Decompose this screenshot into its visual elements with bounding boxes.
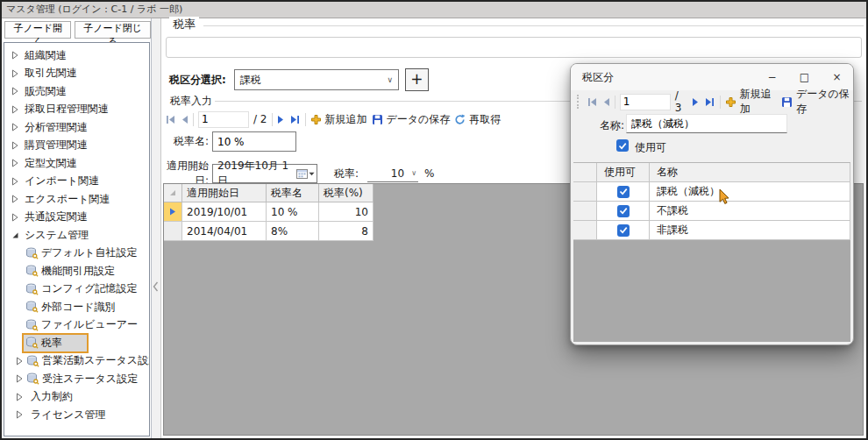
rate-input-group-title: 税率入力	[167, 94, 215, 109]
date-picker[interactable]: 2019年10月 1日	[212, 164, 317, 183]
tree-item[interactable]: 組織関連	[4, 46, 149, 65]
refresh-icon	[454, 114, 466, 125]
expand-arrow-icon[interactable]	[11, 105, 20, 114]
page-number-input[interactable]	[620, 94, 671, 110]
previous-record-icon[interactable]	[181, 115, 189, 124]
navigation-tree[interactable]: 組織関連 取引先関連 販売関連 採取日程管理関連 分析管理関連	[4, 42, 150, 436]
table-row[interactable]: 不課税	[573, 202, 850, 221]
rate-unit-label: %	[424, 167, 434, 180]
tree-item[interactable]: デフォルト自社設定	[4, 245, 149, 263]
grid-header-row: 適用開始日 税率名 税率(%)	[164, 184, 374, 202]
table-row[interactable]: 課税（減税）	[573, 182, 850, 202]
select-all-corner[interactable]	[573, 163, 597, 182]
table-row[interactable]: 2014/04/01 8% 8	[164, 222, 374, 241]
expand-arrow-icon[interactable]	[11, 159, 20, 167]
tree-item-tax-rate-selected[interactable]: 税率	[4, 334, 149, 352]
close-child-nodes-button[interactable]: 子ノード閉じる	[75, 21, 151, 39]
column-header[interactable]: 税率(%)	[319, 184, 374, 202]
add-tax-class-button[interactable]: +	[405, 68, 429, 91]
tree-item[interactable]: ファイルビューアー	[4, 316, 149, 335]
open-child-nodes-button[interactable]: 子ノード開く	[4, 21, 71, 39]
page-title: 税率	[169, 17, 199, 32]
sidebar-splitter[interactable]	[151, 18, 161, 438]
save-data-button[interactable]: データの保存	[781, 87, 853, 117]
column-header[interactable]: 名称	[650, 163, 850, 182]
rate-spinner[interactable]: 10 ∨	[367, 165, 418, 182]
expand-arrow-icon[interactable]	[16, 374, 25, 383]
mouse-cursor	[719, 188, 730, 208]
expand-arrow-icon[interactable]	[11, 141, 20, 150]
tree-item[interactable]: 営業活動ステータス設定	[4, 352, 149, 371]
tree-item[interactable]: 機能間引用設定	[4, 262, 149, 280]
tree-item[interactable]: ライセンス管理	[4, 406, 149, 424]
refresh-button[interactable]: 再取得	[454, 112, 501, 127]
tree-item[interactable]: 入力制約	[4, 388, 149, 407]
expand-arrow-icon[interactable]	[16, 410, 25, 419]
expand-arrow-icon[interactable]	[11, 87, 20, 96]
check-icon	[619, 226, 628, 234]
table-row[interactable]: 非課税	[573, 221, 850, 240]
toolbar-grip[interactable]	[577, 95, 581, 109]
database-key-icon	[26, 373, 39, 385]
select-all-corner[interactable]	[164, 184, 182, 202]
last-record-icon[interactable]	[289, 115, 301, 124]
tree-item[interactable]: 取引先関連	[4, 65, 149, 83]
expand-arrow-icon[interactable]	[11, 195, 20, 203]
row-selector[interactable]	[573, 182, 597, 202]
row-selector[interactable]	[573, 202, 597, 221]
tree-item[interactable]: 販売関連	[4, 82, 149, 101]
tree-item-system-management[interactable]: システム管理	[4, 226, 149, 245]
separator	[720, 96, 721, 109]
selected-item-highlight[interactable]: 税率	[24, 335, 87, 351]
tree-item[interactable]: 受注ステータス設定	[4, 370, 149, 388]
next-record-icon[interactable]	[692, 97, 700, 107]
tree-item[interactable]: エクスポート関連	[4, 190, 149, 209]
separator	[305, 113, 306, 126]
expand-arrow-icon[interactable]	[11, 51, 20, 60]
expand-arrow-icon[interactable]	[11, 123, 20, 131]
name-input[interactable]	[626, 114, 787, 133]
tree-item[interactable]: 分析管理関連	[4, 118, 149, 137]
tree-item[interactable]: コンフィグ記憶設定	[4, 280, 149, 299]
current-row-indicator[interactable]	[164, 202, 182, 222]
add-record-button[interactable]: 新規追加	[310, 112, 367, 127]
tax-class-grid[interactable]: 使用可 名称 課税（減税） 不課税 非課税	[573, 162, 850, 342]
row-checkbox[interactable]	[617, 186, 630, 198]
collapse-arrow-icon[interactable]	[11, 231, 20, 239]
table-row[interactable]: 2019/10/01 10 % 10	[164, 202, 374, 222]
rate-name-input[interactable]	[212, 131, 296, 152]
previous-record-icon[interactable]	[602, 97, 610, 107]
tree-item[interactable]: インポート関連	[4, 173, 149, 191]
row-selector[interactable]	[573, 221, 597, 240]
first-record-icon[interactable]	[587, 97, 598, 107]
save-data-button[interactable]: データの保存	[372, 112, 451, 127]
add-record-button[interactable]: 新規追加	[725, 87, 777, 117]
row-checkbox[interactable]	[617, 205, 630, 217]
tree-item[interactable]: 共通設定関連	[4, 209, 149, 227]
database-key-icon	[25, 301, 39, 313]
tax-class-combobox[interactable]: 課税 ∨	[234, 69, 399, 90]
last-record-icon[interactable]	[704, 97, 715, 107]
row-checkbox[interactable]	[617, 224, 630, 237]
row-selector[interactable]	[164, 222, 182, 241]
expand-arrow-icon[interactable]	[16, 393, 25, 401]
column-header[interactable]: 税率名	[267, 184, 319, 202]
expand-arrow-icon[interactable]	[11, 213, 20, 222]
first-record-icon[interactable]	[165, 115, 176, 124]
row-arrow-icon	[169, 208, 176, 216]
column-header[interactable]: 適用開始日	[182, 184, 267, 202]
calendar-dropdown-button[interactable]	[294, 168, 317, 179]
expand-arrow-icon[interactable]	[11, 69, 20, 78]
page-number-input[interactable]	[198, 111, 249, 128]
expand-arrow-icon[interactable]	[11, 177, 20, 186]
tree-item[interactable]: 外部コード識別	[4, 298, 149, 316]
sidebar: 子ノード開く 子ノード閉じる 組織関連 取引先関連 販売関連	[2, 18, 151, 438]
enabled-checkbox[interactable]	[616, 139, 629, 152]
expand-arrow-icon[interactable]	[16, 357, 25, 365]
tree-item[interactable]: 採取日程管理関連	[4, 101, 149, 119]
tree-item[interactable]: 購買管理関連	[4, 137, 149, 155]
tree-item[interactable]: 定型文関連	[4, 154, 149, 173]
next-record-icon[interactable]	[277, 115, 285, 124]
column-header[interactable]: 使用可	[597, 163, 650, 182]
collapse-chevron-icon[interactable]	[153, 281, 159, 295]
